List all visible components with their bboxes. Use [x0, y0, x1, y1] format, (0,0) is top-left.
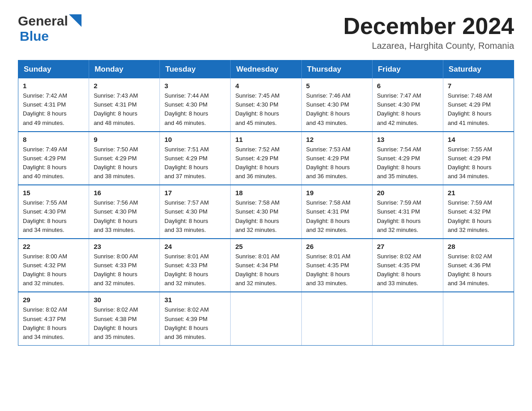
- calendar-cell: 14Sunrise: 7:55 AMSunset: 4:29 PMDayligh…: [443, 132, 514, 185]
- day-number: 23: [94, 243, 155, 250]
- calendar-cell: 13Sunrise: 7:54 AMSunset: 4:29 PMDayligh…: [372, 132, 443, 185]
- calendar-cell: 22Sunrise: 8:00 AMSunset: 4:32 PMDayligh…: [18, 239, 89, 292]
- day-number: 16: [94, 189, 155, 197]
- title-block: December 2024 Lazarea, Harghita County, …: [343, 13, 514, 51]
- day-number: 21: [448, 189, 509, 197]
- day-number: 18: [235, 189, 296, 197]
- day-header-tuesday: Tuesday: [160, 60, 231, 79]
- day-number: 15: [23, 189, 84, 197]
- day-info: Sunrise: 8:02 AMSunset: 4:35 PMDaylight:…: [377, 252, 438, 288]
- calendar-cell: 17Sunrise: 7:57 AMSunset: 4:30 PMDayligh…: [160, 185, 231, 239]
- day-info: Sunrise: 7:59 AMSunset: 4:31 PMDaylight:…: [377, 198, 438, 235]
- calendar-body: 1Sunrise: 7:42 AMSunset: 4:31 PMDaylight…: [18, 78, 514, 345]
- day-info: Sunrise: 7:43 AMSunset: 4:31 PMDaylight:…: [94, 91, 155, 128]
- calendar-cell: 16Sunrise: 7:56 AMSunset: 4:30 PMDayligh…: [89, 185, 160, 239]
- day-number: 7: [448, 82, 509, 90]
- calendar-cell: 21Sunrise: 7:59 AMSunset: 4:32 PMDayligh…: [443, 185, 514, 239]
- day-number: 2: [94, 82, 155, 90]
- calendar-cell: 20Sunrise: 7:59 AMSunset: 4:31 PMDayligh…: [372, 185, 443, 239]
- calendar-cell: [231, 292, 301, 345]
- svg-marker-0: [69, 14, 82, 27]
- day-number: 6: [377, 82, 438, 90]
- calendar-cell: [372, 292, 443, 345]
- day-number: 8: [23, 136, 84, 143]
- day-info: Sunrise: 7:42 AMSunset: 4:31 PMDaylight:…: [23, 91, 84, 128]
- calendar-cell: 7Sunrise: 7:48 AMSunset: 4:29 PMDaylight…: [443, 78, 514, 132]
- day-info: Sunrise: 8:02 AMSunset: 4:39 PMDaylight:…: [164, 305, 226, 342]
- calendar-cell: 26Sunrise: 8:01 AMSunset: 4:35 PMDayligh…: [301, 239, 372, 292]
- day-header-thursday: Thursday: [301, 60, 372, 79]
- day-info: Sunrise: 8:01 AMSunset: 4:33 PMDaylight:…: [164, 252, 226, 288]
- calendar-cell: 23Sunrise: 8:00 AMSunset: 4:33 PMDayligh…: [89, 239, 160, 292]
- day-info: Sunrise: 7:57 AMSunset: 4:30 PMDaylight:…: [164, 198, 226, 235]
- calendar-cell: 10Sunrise: 7:51 AMSunset: 4:29 PMDayligh…: [160, 132, 231, 185]
- month-title: December 2024: [343, 13, 514, 39]
- calendar-cell: [443, 292, 514, 345]
- day-number: 26: [306, 243, 368, 250]
- calendar-week-4: 22Sunrise: 8:00 AMSunset: 4:32 PMDayligh…: [18, 239, 514, 292]
- logo: General Blue: [18, 13, 82, 44]
- day-headers-row: SundayMondayTuesdayWednesdayThursdayFrid…: [18, 60, 514, 79]
- calendar-cell: 25Sunrise: 8:01 AMSunset: 4:34 PMDayligh…: [231, 239, 301, 292]
- day-number: 25: [235, 243, 296, 250]
- day-info: Sunrise: 7:46 AMSunset: 4:30 PMDaylight:…: [306, 91, 368, 128]
- calendar-cell: 2Sunrise: 7:43 AMSunset: 4:31 PMDaylight…: [89, 78, 160, 132]
- day-number: 30: [94, 296, 155, 304]
- calendar-week-1: 1Sunrise: 7:42 AMSunset: 4:31 PMDaylight…: [18, 78, 514, 132]
- day-info: Sunrise: 7:44 AMSunset: 4:30 PMDaylight:…: [164, 91, 226, 128]
- day-number: 13: [377, 136, 438, 143]
- calendar-cell: 28Sunrise: 8:02 AMSunset: 4:36 PMDayligh…: [443, 239, 514, 292]
- calendar-cell: 19Sunrise: 7:58 AMSunset: 4:31 PMDayligh…: [301, 185, 372, 239]
- day-info: Sunrise: 7:51 AMSunset: 4:29 PMDaylight:…: [164, 145, 226, 181]
- calendar-cell: 6Sunrise: 7:47 AMSunset: 4:30 PMDaylight…: [372, 78, 443, 132]
- calendar-cell: 31Sunrise: 8:02 AMSunset: 4:39 PMDayligh…: [160, 292, 231, 345]
- day-info: Sunrise: 7:47 AMSunset: 4:30 PMDaylight:…: [377, 91, 438, 128]
- day-number: 28: [448, 243, 509, 250]
- calendar-cell: 8Sunrise: 7:49 AMSunset: 4:29 PMDaylight…: [18, 132, 89, 185]
- day-header-friday: Friday: [372, 60, 443, 79]
- calendar-week-3: 15Sunrise: 7:55 AMSunset: 4:30 PMDayligh…: [18, 185, 514, 239]
- day-number: 20: [377, 189, 438, 197]
- day-number: 27: [377, 243, 438, 250]
- page-header: General Blue December 2024 Lazarea, Harg…: [18, 13, 514, 51]
- calendar-cell: 12Sunrise: 7:53 AMSunset: 4:29 PMDayligh…: [301, 132, 372, 185]
- day-number: 29: [23, 296, 84, 304]
- day-info: Sunrise: 7:54 AMSunset: 4:29 PMDaylight:…: [377, 145, 438, 181]
- day-number: 11: [235, 136, 296, 143]
- day-number: 5: [306, 82, 368, 90]
- calendar-cell: 9Sunrise: 7:50 AMSunset: 4:29 PMDaylight…: [89, 132, 160, 185]
- logo-triangle-icon: [69, 14, 82, 27]
- day-info: Sunrise: 7:58 AMSunset: 4:31 PMDaylight:…: [306, 198, 368, 235]
- day-info: Sunrise: 8:00 AMSunset: 4:33 PMDaylight:…: [94, 252, 155, 288]
- day-info: Sunrise: 7:55 AMSunset: 4:29 PMDaylight:…: [448, 145, 509, 181]
- day-number: 10: [164, 136, 226, 143]
- calendar-week-2: 8Sunrise: 7:49 AMSunset: 4:29 PMDaylight…: [18, 132, 514, 185]
- calendar-cell: 27Sunrise: 8:02 AMSunset: 4:35 PMDayligh…: [372, 239, 443, 292]
- calendar-cell: 1Sunrise: 7:42 AMSunset: 4:31 PMDaylight…: [18, 78, 89, 132]
- day-number: 14: [448, 136, 509, 143]
- day-info: Sunrise: 7:45 AMSunset: 4:30 PMDaylight:…: [235, 91, 296, 128]
- day-header-saturday: Saturday: [443, 60, 514, 79]
- calendar-cell: 30Sunrise: 8:02 AMSunset: 4:38 PMDayligh…: [89, 292, 160, 345]
- day-number: 17: [164, 189, 226, 197]
- day-info: Sunrise: 8:00 AMSunset: 4:32 PMDaylight:…: [23, 252, 84, 288]
- calendar-cell: 4Sunrise: 7:45 AMSunset: 4:30 PMDaylight…: [231, 78, 301, 132]
- day-number: 1: [23, 82, 84, 90]
- day-info: Sunrise: 7:49 AMSunset: 4:29 PMDaylight:…: [23, 145, 84, 181]
- day-number: 9: [94, 136, 155, 143]
- day-number: 31: [164, 296, 226, 304]
- day-number: 22: [23, 243, 84, 250]
- day-info: Sunrise: 8:01 AMSunset: 4:34 PMDaylight:…: [235, 252, 296, 288]
- day-info: Sunrise: 7:56 AMSunset: 4:30 PMDaylight:…: [94, 198, 155, 235]
- calendar-header: SundayMondayTuesdayWednesdayThursdayFrid…: [18, 60, 514, 79]
- day-number: 24: [164, 243, 226, 250]
- logo-blue-text: Blue: [20, 29, 49, 44]
- day-number: 4: [235, 82, 296, 90]
- calendar-cell: 3Sunrise: 7:44 AMSunset: 4:30 PMDaylight…: [160, 78, 231, 132]
- calendar-week-5: 29Sunrise: 8:02 AMSunset: 4:37 PMDayligh…: [18, 292, 514, 345]
- day-number: 19: [306, 189, 368, 197]
- calendar-cell: 11Sunrise: 7:52 AMSunset: 4:29 PMDayligh…: [231, 132, 301, 185]
- day-info: Sunrise: 7:53 AMSunset: 4:29 PMDaylight:…: [306, 145, 368, 181]
- day-number: 3: [164, 82, 226, 90]
- day-info: Sunrise: 7:52 AMSunset: 4:29 PMDaylight:…: [235, 145, 296, 181]
